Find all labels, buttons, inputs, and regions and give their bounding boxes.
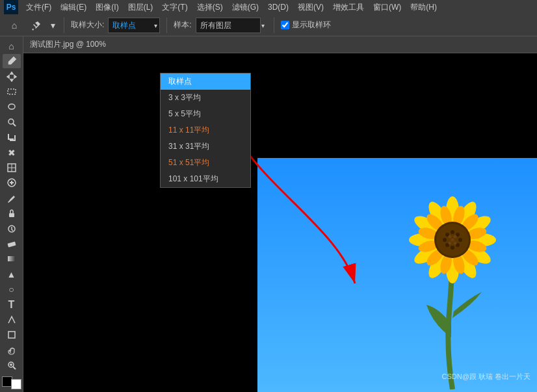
svg-point-2 — [8, 119, 14, 124]
tool-slice[interactable] — [3, 161, 21, 174]
sample-size-dropdown-menu: 取样点 3 x 3平均 5 x 5平均 11 x 11平均 31 x 31平均 … — [160, 73, 251, 188]
dropdown-option-101x101[interactable]: 101 x 101平均 — [161, 171, 250, 187]
eyedropper-tool-btn[interactable] — [27, 16, 46, 34]
tool-history[interactable] — [3, 222, 21, 235]
dropdown-option-51x51[interactable]: 51 x 51平均 — [161, 155, 250, 171]
svg-rect-10 — [8, 256, 16, 261]
canvas-title: 测试图片.jpg @ 100% — [23, 36, 537, 53]
dropdown-option-31x31[interactable]: 31 x 31平均 — [161, 138, 250, 155]
menu-view[interactable]: 视图(V) — [294, 1, 328, 14]
sample-dropdown[interactable]: 所有图层 ▾ — [196, 18, 267, 33]
color-swatches — [2, 376, 21, 389]
menu-window[interactable]: 窗口(W) — [369, 1, 405, 14]
sample-size-select[interactable]: 取样点 — [108, 18, 160, 33]
svg-point-1 — [8, 104, 15, 109]
tool-move[interactable] — [3, 70, 21, 83]
menu-filter[interactable]: 滤镜(G) — [228, 1, 263, 14]
sample-dropdown-arrow: ▾ — [261, 21, 265, 29]
dropdown-option-11x11[interactable]: 11 x 11平均 — [161, 122, 250, 138]
tool-brush[interactable] — [3, 191, 21, 205]
svg-point-42 — [451, 230, 454, 234]
svg-point-48 — [443, 238, 447, 242]
main-area: ⌂ — [0, 36, 537, 392]
menu-text[interactable]: 文字(T) — [158, 1, 191, 14]
svg-point-46 — [451, 246, 454, 250]
tool-eraser[interactable] — [3, 237, 21, 250]
svg-point-44 — [458, 238, 462, 242]
show-ring-checkbox[interactable] — [281, 21, 289, 29]
svg-line-3 — [13, 124, 16, 126]
sunflower-image — [387, 168, 517, 392]
tool-type[interactable]: T — [3, 298, 21, 311]
watermark: CSDN@跟 耿瑞 卷出一片天 — [442, 372, 530, 382]
menu-plugins[interactable]: 增效工具 — [329, 1, 368, 14]
canvas-area: 测试图片.jpg @ 100% — [23, 36, 537, 392]
tool-dodge[interactable]: ○ — [3, 283, 21, 296]
show-ring-label[interactable]: 显示取样环 — [281, 20, 331, 31]
svg-point-52 — [451, 239, 454, 242]
svg-rect-9 — [7, 242, 16, 248]
eyedropper-dropdown[interactable]: ▾ — [48, 16, 57, 34]
dropdown-option-sample-point[interactable]: 取样点 — [161, 73, 250, 90]
menu-edit[interactable]: 编辑(E) — [57, 1, 90, 14]
tool-marquee[interactable] — [3, 85, 21, 98]
svg-point-54 — [449, 242, 452, 245]
sample-size-dropdown[interactable]: 取样点 ▾ — [108, 18, 160, 33]
sample-size-label: 取样大小: — [71, 20, 104, 31]
svg-rect-7 — [9, 213, 14, 217]
menu-select[interactable]: 选择(S) — [193, 1, 227, 14]
svg-rect-0 — [8, 89, 16, 94]
tool-eyedropper[interactable] — [3, 54, 21, 68]
options-toolbar: ⌂ ▾ 取样大小: 取样点 ▾ 样本: 所有图层 ▾ 显示取样环 — [0, 14, 537, 36]
svg-rect-11 — [8, 332, 15, 338]
svg-point-51 — [449, 235, 452, 239]
tool-shape[interactable] — [3, 328, 21, 342]
menu-layer[interactable]: 图层(L) — [124, 1, 157, 14]
canvas-content: CSDN@跟 耿瑞 卷出一片天 — [23, 53, 537, 392]
menu-file[interactable]: 文件(F) — [22, 1, 55, 14]
tool-quick-select[interactable] — [3, 115, 21, 129]
tool-path[interactable] — [3, 313, 21, 326]
svg-line-13 — [13, 367, 16, 369]
menu-image[interactable]: 图像(I) — [92, 1, 122, 14]
sample-label: 样本: — [174, 20, 191, 31]
tool-gradient[interactable] — [3, 252, 21, 266]
separator-2 — [166, 18, 167, 33]
separator-1 — [64, 18, 64, 33]
home-button[interactable]: ⌂ — [5, 16, 23, 34]
menu-bar: Ps 文件(F) 编辑(E) 图像(I) 图层(L) 文字(T) 选择(S) 滤… — [0, 0, 537, 14]
dropdown-option-3x3[interactable]: 3 x 3平均 — [161, 90, 250, 106]
tool-crop[interactable] — [3, 130, 21, 144]
dropdown-option-5x5[interactable]: 5 x 5平均 — [161, 106, 250, 122]
menu-3d[interactable]: 3D(D) — [264, 1, 293, 13]
logo-text: Ps — [7, 3, 16, 12]
toolbox: ⌂ — [0, 36, 23, 392]
separator-3 — [274, 18, 274, 33]
tool-stamp[interactable] — [3, 206, 21, 220]
svg-point-53 — [454, 242, 457, 245]
app-logo: Ps — [4, 0, 18, 14]
tool-lasso[interactable] — [3, 100, 21, 114]
tool-hand[interactable] — [3, 343, 21, 357]
tool-healing[interactable] — [3, 176, 21, 190]
tool-home[interactable]: ⌂ — [3, 39, 21, 53]
background-color[interactable] — [11, 379, 21, 389]
tool-patch[interactable]: ✖ — [3, 146, 21, 159]
menu-help[interactable]: 帮助(H) — [406, 1, 441, 14]
tool-zoom[interactable] — [3, 359, 21, 372]
svg-point-50 — [454, 235, 457, 239]
sample-select[interactable]: 所有图层 — [196, 18, 261, 33]
tool-blur[interactable]: ▲ — [3, 267, 21, 281]
show-ring-text: 显示取样环 — [292, 20, 331, 31]
